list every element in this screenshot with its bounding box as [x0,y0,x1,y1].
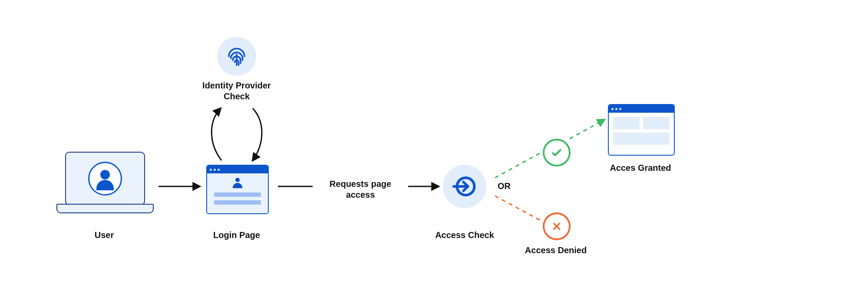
login-page-node [206,165,269,214]
login-avatar-icon [232,178,243,189]
access-denied-label: Access Denied [521,245,591,256]
login-page-label: Login Page [198,230,276,241]
access-check-label: Access Check [430,230,499,241]
window-titlebar-icon [609,105,674,113]
fingerprint-icon [225,45,248,68]
access-granted-label: Acces Granted [604,163,677,173]
access-granted-node [608,104,675,156]
connector-to-check [495,153,541,178]
or-label: OR [498,181,511,191]
auth-flow-diagram: User Login Page Identity Provider Check [0,0,868,300]
arrow-login-to-idp [211,108,221,160]
window-titlebar-icon [207,166,268,173]
arrow-idp-to-login [253,108,262,160]
checkmark-icon [543,139,571,166]
connector-to-denied [495,196,542,221]
user-node [56,152,152,217]
identity-provider-label: Identity Provider Check [193,80,280,102]
identity-provider-node [217,37,256,76]
laptop-base [56,204,154,213]
requests-page-access-label: Requests page access [317,179,404,200]
login-arrow-icon [452,173,478,199]
cross-icon [543,212,571,240]
diagram-connectors [0,0,868,300]
user-avatar-icon [88,162,122,196]
arrow-to-granted [570,120,604,139]
user-label: User [56,230,152,241]
login-username-field-icon [214,192,261,197]
access-check-node [443,165,486,208]
laptop-screen [65,152,145,205]
login-password-field-icon [214,200,261,205]
